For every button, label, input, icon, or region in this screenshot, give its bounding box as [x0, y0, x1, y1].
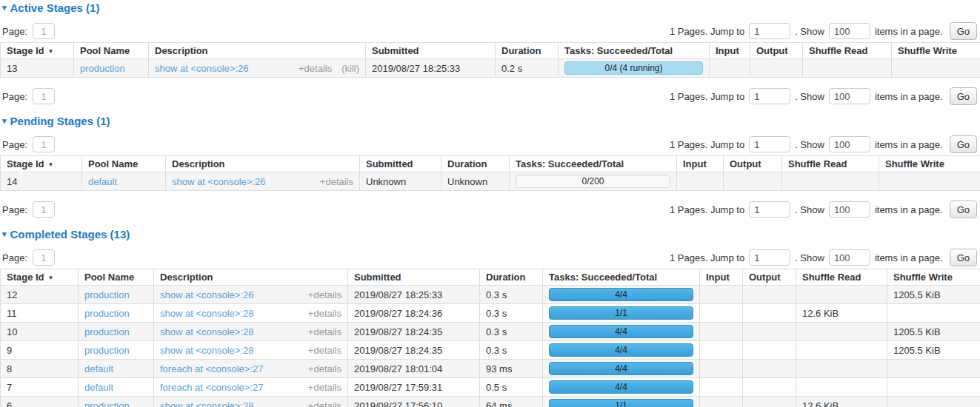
column-header-submitted[interactable]: Submitted: [348, 269, 480, 286]
column-header-description[interactable]: Description: [166, 156, 360, 172]
go-button[interactable]: Go: [950, 135, 977, 153]
details-toggle[interactable]: +details: [308, 400, 341, 407]
column-header-pool-name[interactable]: Pool Name: [79, 269, 154, 286]
output-cell: [743, 341, 796, 360]
pool-name-link[interactable]: production: [84, 326, 130, 337]
pool-name-link[interactable]: production: [84, 345, 130, 356]
column-header-input[interactable]: Input: [677, 156, 724, 172]
pool-name-link[interactable]: production: [80, 63, 125, 74]
show-items-input[interactable]: [829, 201, 870, 218]
jump-to-page-input[interactable]: [749, 88, 790, 104]
column-header-output[interactable]: Output: [724, 156, 782, 172]
column-header-pool-name[interactable]: Pool Name: [74, 43, 149, 59]
column-header-input[interactable]: Input: [710, 43, 750, 59]
column-header-submitted[interactable]: Submitted: [366, 43, 496, 59]
column-header-tasks[interactable]: Tasks: Succeeded/Total: [543, 269, 700, 286]
duration-cell: 0.3 s: [480, 323, 543, 341]
description-cell: show at <console>:28+details: [154, 323, 348, 341]
page-number-input[interactable]: [33, 23, 55, 39]
column-header-stage-id[interactable]: Stage Id▼: [1, 269, 79, 286]
items-per-page-label: items in a page.: [875, 91, 943, 102]
details-toggle[interactable]: +details: [308, 363, 341, 374]
description-link[interactable]: foreach at <console>:27: [160, 382, 264, 393]
description-link[interactable]: show at <console>:26: [155, 63, 248, 74]
details-toggle[interactable]: +details: [299, 63, 332, 74]
pool-name-link[interactable]: default: [84, 382, 113, 393]
column-header-shuffle-read[interactable]: Shuffle Read: [803, 43, 892, 59]
stage-id-cell: 10: [1, 323, 79, 341]
details-toggle[interactable]: +details: [308, 345, 341, 356]
completed-stages-table: Stage Id▼ Pool Name Description Submitte…: [0, 269, 980, 407]
column-header-duration[interactable]: Duration: [496, 43, 559, 59]
column-header-stage-id[interactable]: Stage Id▼: [1, 43, 74, 59]
go-button[interactable]: Go: [950, 201, 977, 218]
stage-row: 8defaultforeach at <console>:27+details2…: [1, 360, 980, 378]
stage-id-cell: 6: [1, 397, 79, 407]
column-header-output[interactable]: Output: [743, 269, 796, 286]
column-header-shuffle-write[interactable]: Shuffle Write: [879, 156, 980, 172]
description-link[interactable]: show at <console>:28: [160, 326, 253, 337]
section-heading-pending-stages[interactable]: ▾ Pending Stages (1): [2, 115, 980, 127]
jump-to-page-input[interactable]: [749, 23, 790, 39]
description-cell: show at <console>:26+details(kill): [149, 59, 366, 78]
page-number-input[interactable]: [33, 201, 55, 218]
pages-count-text: 1 Pages. Jump to: [670, 91, 744, 102]
column-header-input[interactable]: Input: [700, 269, 743, 286]
pool-name-link[interactable]: production: [84, 308, 130, 319]
details-toggle[interactable]: +details: [308, 326, 341, 337]
show-items-input[interactable]: [829, 136, 870, 152]
column-header-tasks[interactable]: Tasks: Succeeded/Total: [559, 43, 710, 59]
column-header-submitted[interactable]: Submitted: [360, 156, 441, 172]
details-toggle[interactable]: +details: [308, 308, 341, 319]
tasks-cell: 4/4: [543, 323, 700, 341]
column-header-duration[interactable]: Duration: [480, 269, 543, 286]
description-link[interactable]: show at <console>:28: [160, 400, 253, 407]
details-toggle[interactable]: +details: [320, 176, 353, 187]
go-button[interactable]: Go: [950, 87, 977, 105]
pool-name-link[interactable]: production: [84, 289, 130, 300]
stage-row: 9productionshow at <console>:28+details2…: [1, 341, 980, 360]
column-header-duration[interactable]: Duration: [441, 156, 510, 172]
pool-name-link[interactable]: default: [84, 363, 113, 374]
duration-cell: 64 ms: [480, 397, 543, 407]
pool-name-link[interactable]: production: [84, 400, 130, 407]
column-header-description[interactable]: Description: [149, 43, 366, 59]
output-cell: [724, 172, 782, 191]
show-items-input[interactable]: [829, 249, 870, 266]
column-header-description[interactable]: Description: [154, 269, 348, 286]
column-header-tasks[interactable]: Tasks: Succeeded/Total: [510, 156, 677, 172]
pool-name-link[interactable]: default: [88, 176, 117, 187]
column-header-shuffle-read[interactable]: Shuffle Read: [782, 156, 879, 172]
column-header-stage-id[interactable]: Stage Id▼: [1, 156, 82, 172]
stage-row: 11productionshow at <console>:28+details…: [1, 304, 980, 323]
details-toggle[interactable]: +details: [308, 382, 341, 393]
section-heading-completed-stages[interactable]: ▾ Completed Stages (13): [2, 228, 980, 240]
details-toggle[interactable]: +details: [308, 289, 341, 300]
column-header-output[interactable]: Output: [750, 43, 803, 59]
kill-link[interactable]: (kill): [341, 63, 359, 74]
go-button[interactable]: Go: [950, 249, 977, 266]
column-header-shuffle-write[interactable]: Shuffle Write: [892, 43, 980, 59]
jump-to-page-input[interactable]: [749, 249, 790, 266]
column-header-pool-name[interactable]: Pool Name: [82, 156, 166, 172]
description-link[interactable]: show at <console>:28: [160, 345, 253, 356]
duration-cell: 0.3 s: [480, 304, 543, 323]
jump-to-page-input[interactable]: [749, 201, 790, 218]
description-link[interactable]: show at <console>:26: [172, 176, 265, 187]
output-cell: [743, 286, 796, 304]
page-number-input[interactable]: [33, 249, 55, 266]
jump-to-page-input[interactable]: [749, 136, 790, 152]
description-link[interactable]: show at <console>:28: [160, 308, 253, 319]
section-heading-active-stages[interactable]: ▾ Active Stages (1): [2, 1, 980, 14]
column-header-shuffle-read[interactable]: Shuffle Read: [796, 269, 887, 286]
go-button[interactable]: Go: [950, 22, 977, 40]
page-number-input[interactable]: [33, 136, 55, 152]
show-label: . Show: [795, 139, 824, 150]
page-number-input[interactable]: [33, 88, 55, 104]
column-header-shuffle-write[interactable]: Shuffle Write: [887, 269, 980, 286]
description-link[interactable]: foreach at <console>:27: [160, 363, 264, 374]
shuffle-write-cell: [887, 397, 980, 407]
description-link[interactable]: show at <console>:26: [160, 289, 253, 300]
show-items-input[interactable]: [829, 88, 870, 104]
show-items-input[interactable]: [829, 23, 870, 39]
